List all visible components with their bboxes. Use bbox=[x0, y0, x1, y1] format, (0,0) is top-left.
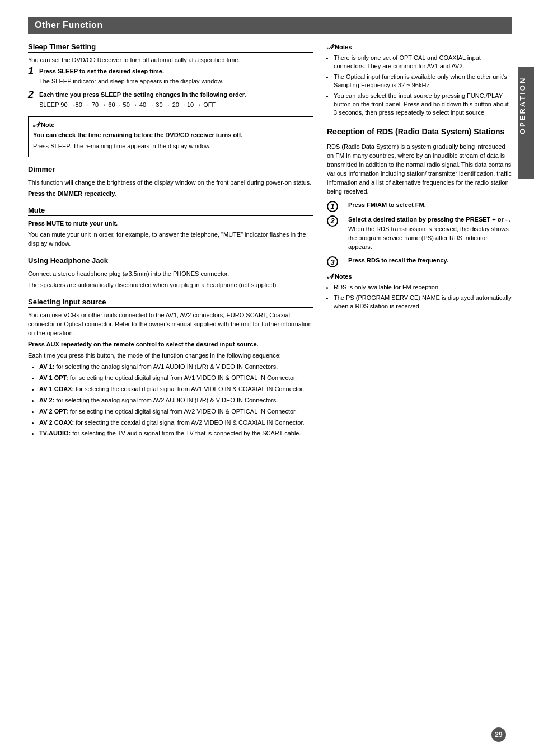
rds-note-item-1: RDS is only available for FM reception. bbox=[334, 283, 512, 292]
input-bullet-av1coax: AV 1 COAX: for selecting the coaxial dig… bbox=[39, 385, 313, 394]
input-bullet-av2opt: AV 2 OPT: for selecting the optical digi… bbox=[39, 407, 313, 416]
sleep-note-bold: You can check the time remaining before … bbox=[33, 132, 243, 138]
rds-notes-title: Notes bbox=[335, 273, 352, 280]
right-column: 𝒩 Notes There is only one set of OPTICAL… bbox=[327, 43, 512, 440]
input-bullet-av1opt: AV 1 OPT: for selecting the optical digi… bbox=[39, 374, 313, 383]
rds-step-num-1: 1 bbox=[327, 201, 338, 212]
rds-step-2-bold: Select a desired station by pressing the… bbox=[348, 216, 511, 223]
input-bullet-av2coax: AV 2 COAX: for selecting the coaxial dig… bbox=[39, 419, 313, 428]
rds-note-icon: 𝒩 bbox=[327, 272, 332, 281]
sleep-note-title: 𝒩 Note bbox=[33, 120, 308, 129]
rds-step-3: 3 Press RDS to recall the frequency. bbox=[327, 256, 512, 267]
mute-step-bold: Press MUTE to mute your unit. bbox=[28, 220, 118, 227]
sleep-timer-intro: You can set the DVD/CD Receiver to turn … bbox=[28, 56, 313, 65]
headphone-title: Using Headphone Jack bbox=[28, 256, 313, 266]
right-note-item-3: You can also select the input source by … bbox=[334, 92, 512, 118]
note-icon: 𝒩 bbox=[33, 120, 39, 129]
step-num-1: 1 bbox=[28, 66, 37, 76]
sleep-step-1-bold: Press SLEEP to set the desired sleep tim… bbox=[39, 68, 164, 74]
rds-notes-list: RDS is only available for FM reception. … bbox=[334, 283, 512, 311]
input-source-step-bold: Press AUX repeatedly on the remote contr… bbox=[28, 341, 259, 348]
input-bullet-av1: AV 1: for selecting the analog signal fr… bbox=[39, 363, 313, 372]
sleep-step-2: 2 Each time you press SLEEP the setting … bbox=[28, 91, 313, 111]
input-source-title: Selecting input source bbox=[28, 298, 313, 308]
rds-step-1: 1 Press FM/AM to select FM. bbox=[327, 201, 512, 212]
sleep-note-detail: Press SLEEP. The remaining time appears … bbox=[33, 142, 308, 151]
input-source-step-text: Each time you press this button, the mod… bbox=[28, 351, 313, 360]
mute-text: You can mute your unit in order, for exa… bbox=[28, 231, 313, 248]
rds-step-3-bold: Press RDS to recall the frequency. bbox=[348, 257, 448, 264]
input-source-section: Selecting input source You can use VCRs … bbox=[28, 298, 313, 438]
sleep-timer-section: Sleep Timer Setting You can set the DVD/… bbox=[28, 43, 313, 157]
step-num-2: 2 bbox=[28, 90, 37, 100]
rds-notes: 𝒩 Notes RDS is only available for FM rec… bbox=[327, 272, 512, 311]
rds-note-item-2: The PS (PROGRAM SERVICE) NAME is display… bbox=[334, 294, 512, 311]
right-note-icon: 𝒩 bbox=[327, 43, 332, 51]
rds-step-2-content: Select a desired station by pressing the… bbox=[348, 215, 512, 253]
headphone-section: Using Headphone Jack Connect a stereo he… bbox=[28, 256, 313, 290]
right-notes-list: There is only one set of OPTICAL and COA… bbox=[334, 54, 512, 118]
sleep-timer-title: Sleep Timer Setting bbox=[28, 43, 313, 53]
headphone-text1: Connect a stereo headphone plug (⌀3.5mm)… bbox=[28, 270, 313, 279]
input-source-text1: You can use VCRs or other units connecte… bbox=[28, 311, 313, 338]
right-note-item-1: There is only one set of OPTICAL and COA… bbox=[334, 54, 512, 71]
page: Other Function OPERATION Sleep Timer Set… bbox=[0, 0, 534, 756]
sleep-step-2-detail: SLEEP 90 →80 → 70 → 60→ 50 → 40 → 30 → 2… bbox=[39, 101, 313, 110]
right-note-item-2: The Optical input function is available … bbox=[334, 73, 512, 90]
two-column-layout: Sleep Timer Setting You can set the DVD/… bbox=[28, 43, 512, 440]
mute-section: Mute Press MUTE to mute your unit. You c… bbox=[28, 206, 313, 248]
right-notes-title: Notes bbox=[335, 44, 352, 50]
rds-step-2-detail: When the RDS transmission is received, t… bbox=[348, 225, 512, 252]
operation-sidebar: OPERATION bbox=[518, 67, 534, 179]
dimmer-text2: Press the DIMMER repeatedly. bbox=[28, 190, 116, 197]
section-header: Other Function bbox=[28, 17, 512, 34]
dimmer-title: Dimmer bbox=[28, 165, 313, 175]
rds-step-3-content: Press RDS to recall the frequency. bbox=[348, 256, 512, 266]
page-number: 29 bbox=[491, 727, 506, 742]
rds-step-2: 2 Select a desired station by pressing t… bbox=[327, 215, 512, 253]
sleep-note-box: 𝒩 Note You can check the time remaining … bbox=[28, 116, 313, 157]
input-bullet-av2: AV 2: for selecting the analog signal fr… bbox=[39, 396, 313, 405]
sleep-step-1-content: Press SLEEP to set the desired sleep tim… bbox=[39, 67, 313, 87]
left-column: Sleep Timer Setting You can set the DVD/… bbox=[28, 43, 313, 440]
sleep-step-2-bold: Each time you press SLEEP the setting ch… bbox=[39, 91, 246, 98]
mute-title: Mute bbox=[28, 206, 313, 216]
headphone-text2: The speakers are automatically disconnec… bbox=[28, 281, 313, 290]
rds-section: Reception of RDS (Radio Data System) Sta… bbox=[327, 126, 512, 311]
rds-title: Reception of RDS (Radio Data System) Sta… bbox=[327, 126, 512, 138]
input-bullet-tvaudio: TV-AUDIO: for selecting the TV audio sig… bbox=[39, 429, 313, 438]
rds-intro: RDS (Radio Data System) is a system grad… bbox=[327, 143, 512, 196]
dimmer-text1: This function will change the brightness… bbox=[28, 179, 313, 187]
rds-notes-header: 𝒩 Notes bbox=[327, 272, 512, 281]
rds-step-1-content: Press FM/AM to select FM. bbox=[348, 201, 512, 211]
sleep-step-1-detail: The SLEEP indicator and sleep time appea… bbox=[39, 77, 313, 86]
dimmer-section: Dimmer This function will change the bri… bbox=[28, 165, 313, 199]
input-source-bullet-list: AV 1: for selecting the analog signal fr… bbox=[30, 363, 313, 439]
rds-step-num-3: 3 bbox=[327, 256, 338, 267]
right-notes-top: 𝒩 Notes There is only one set of OPTICAL… bbox=[327, 43, 512, 118]
sleep-step-1: 1 Press SLEEP to set the desired sleep t… bbox=[28, 67, 313, 87]
sleep-step-2-content: Each time you press SLEEP the setting ch… bbox=[39, 91, 313, 111]
right-notes-header: 𝒩 Notes bbox=[327, 43, 512, 51]
rds-step-1-bold: Press FM/AM to select FM. bbox=[348, 201, 426, 208]
rds-step-num-2: 2 bbox=[327, 215, 338, 227]
